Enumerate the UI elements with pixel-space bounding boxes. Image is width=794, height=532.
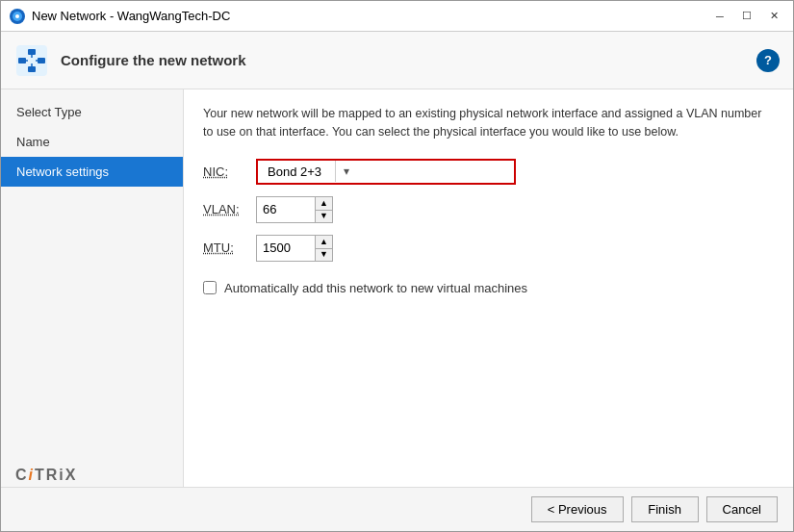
title-bar: New Network - WangWangTech-DC ─ ☐ ✕ <box>1 1 793 32</box>
sidebar-item-network-settings[interactable]: Network settings <box>1 157 183 187</box>
auto-add-checkbox-row: Automatically add this network to new vi… <box>203 281 774 295</box>
content-area: Your new network will be mapped to an ex… <box>184 89 793 487</box>
svg-rect-4 <box>28 49 36 55</box>
mtu-decrement-button[interactable]: ▼ <box>316 248 332 261</box>
sidebar: Select Type Name Network settings <box>1 89 184 487</box>
mtu-spinner: ▲ ▼ <box>256 235 333 262</box>
minimize-button[interactable]: ─ <box>708 7 731 26</box>
auto-add-label[interactable]: Automatically add this network to new vi… <box>224 281 527 295</box>
mtu-input[interactable] <box>257 238 315 258</box>
nic-dropdown-arrow: ▾ <box>344 165 349 178</box>
sidebar-item-name[interactable]: Name <box>1 127 183 157</box>
maximize-button[interactable]: ☐ <box>735 7 758 26</box>
dialog-header: Configure the new network ? <box>1 32 793 89</box>
close-button[interactable]: ✕ <box>762 7 785 26</box>
vlan-decrement-button[interactable]: ▼ <box>316 210 332 222</box>
auto-add-checkbox[interactable] <box>203 281 217 294</box>
mtu-increment-button[interactable]: ▲ <box>316 236 332 248</box>
previous-button[interactable]: < Previous <box>531 496 624 522</box>
network-icon <box>14 43 49 78</box>
description-text: Your new network will be mapped to an ex… <box>203 105 774 141</box>
footer: < Previous Finish Cancel <box>1 487 793 531</box>
cancel-button[interactable]: Cancel <box>706 496 778 522</box>
finish-button[interactable]: Finish <box>631 496 699 522</box>
nic-current-value: Bond 2+3 <box>258 161 335 183</box>
mtu-spinner-buttons: ▲ ▼ <box>315 236 332 261</box>
app-icon <box>9 8 26 25</box>
citrix-logo: CiTRiX <box>15 467 77 484</box>
vlan-spinner-buttons: ▲ ▼ <box>315 197 332 222</box>
vlan-spinner: ▲ ▼ <box>256 196 333 223</box>
main-content: Select Type Name Network settings Your n… <box>1 89 793 487</box>
mtu-row: MTU: ▲ ▼ <box>203 235 774 262</box>
mtu-label: MTU: <box>203 241 256 255</box>
nic-row: NIC: Bond 2+3 ▾ <box>203 159 774 185</box>
vlan-increment-button[interactable]: ▲ <box>316 197 332 210</box>
svg-rect-5 <box>28 66 36 72</box>
svg-rect-6 <box>18 58 26 63</box>
main-window: New Network - WangWangTech-DC ─ ☐ ✕ Conf… <box>0 0 794 532</box>
help-button[interactable]: ? <box>756 49 780 72</box>
dialog-title: Configure the new network <box>61 52 756 68</box>
nic-dropdown[interactable]: ▾ <box>335 161 514 182</box>
window-controls: ─ ☐ ✕ <box>708 7 785 26</box>
vlan-row: VLAN: ▲ ▼ <box>203 196 774 223</box>
svg-point-2 <box>15 14 19 18</box>
window-title: New Network - WangWangTech-DC <box>32 9 708 23</box>
nic-label: NIC: <box>203 165 256 179</box>
svg-rect-7 <box>38 58 45 63</box>
sidebar-item-select-type[interactable]: Select Type <box>1 97 183 127</box>
vlan-label: VLAN: <box>203 202 256 216</box>
vlan-input[interactable] <box>257 199 315 219</box>
